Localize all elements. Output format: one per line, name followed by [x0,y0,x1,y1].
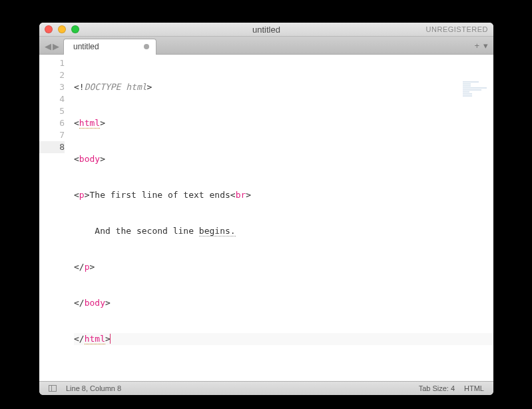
line-number: 5 [39,105,65,117]
line-number: 3 [39,81,65,93]
code-line: </html> [74,333,493,345]
editor-area[interactable]: 1 2 3 4 5 6 7 8 <!DOCTYPE html> <html> <… [39,55,493,381]
tab-menu-button[interactable]: ▾ [483,41,488,51]
status-bar: Line 8, Column 8 Tab Size: 4 HTML [39,381,493,395]
line-number: 6 [39,117,65,129]
syntax-button[interactable]: HTML [464,384,484,392]
line-number: 2 [39,69,65,81]
minimap[interactable] [463,57,489,77]
maximize-icon[interactable] [71,25,79,33]
code-line: <html> [74,117,493,129]
panel-switcher-icon[interactable] [49,385,57,392]
text-cursor-icon [110,334,111,344]
code-line: </body> [74,297,493,309]
line-number: 8 [39,141,65,153]
code-line: <body> [74,153,493,165]
code-line: <p>The first line of text ends<br> [74,189,493,201]
code-line: And the second line begins. [74,225,493,237]
minimize-icon[interactable] [58,25,66,33]
close-icon[interactable] [45,25,53,33]
cursor-position[interactable]: Line 8, Column 8 [66,384,121,392]
registration-label: UNREGISTERED [426,25,488,33]
line-gutter: 1 2 3 4 5 6 7 8 [39,55,71,381]
tab-actions: + ▾ [474,37,488,54]
traffic-lights [45,25,79,33]
line-number: 4 [39,93,65,105]
line-number: 7 [39,129,65,141]
editor-window: untitled UNREGISTERED ◀ ▶ untitled + ▾ 1… [39,23,493,395]
tab-untitled[interactable]: untitled [63,39,156,55]
code-view[interactable]: <!DOCTYPE html> <html> <body> <p>The fir… [71,55,493,381]
new-tab-button[interactable]: + [474,41,479,51]
history-nav: ◀ ▶ [43,41,63,54]
tab-size-button[interactable]: Tab Size: 4 [419,384,455,392]
titlebar[interactable]: untitled UNREGISTERED [39,23,493,37]
tab-label: untitled [73,42,99,51]
code-line: <!DOCTYPE html> [74,81,493,93]
code-line: </p> [74,261,493,273]
forward-button[interactable]: ▶ [53,41,59,51]
tab-bar: ◀ ▶ untitled + ▾ [39,37,493,55]
back-button[interactable]: ◀ [45,41,51,51]
line-number: 1 [39,57,65,69]
dirty-indicator-icon [144,44,149,49]
